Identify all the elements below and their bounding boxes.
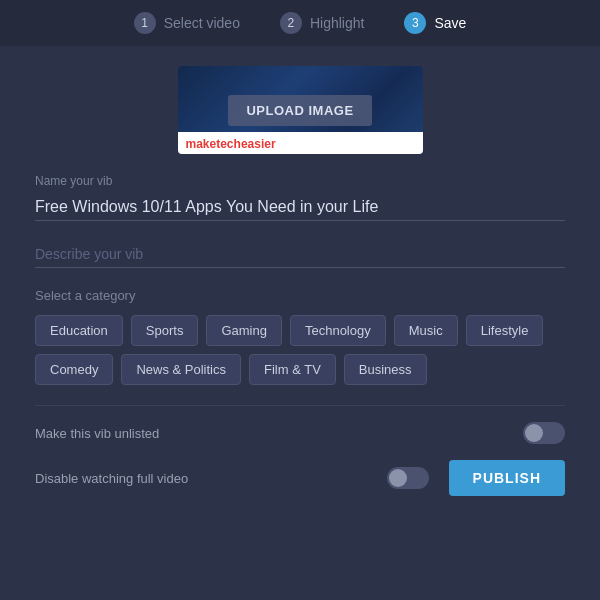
category-tag[interactable]: Technology [290,315,386,346]
step-select-video[interactable]: 1 Select video [134,12,240,34]
brand-prefix: make [186,137,217,151]
category-tag[interactable]: News & Politics [121,354,241,385]
toggle-unlisted-knob [525,424,543,442]
step-number-2: 2 [280,12,302,34]
brand-bar: maketecheasier [178,132,423,154]
steps-header: 1 Select video 2 Highlight 3 Save [0,0,600,46]
category-tag[interactable]: Education [35,315,123,346]
main-content: UPLOAD IMAGE maketecheasier Name your vi… [0,46,600,516]
category-tag[interactable]: Business [344,354,427,385]
bottom-row: Disable watching full video PUBLISH [35,460,565,496]
brand-suffix: easier [241,137,276,151]
thumbnail-preview: UPLOAD IMAGE maketecheasier [178,66,423,154]
toggle-unlisted[interactable] [523,422,565,444]
description-input[interactable] [35,241,565,268]
category-tag[interactable]: Sports [131,315,199,346]
brand-text: maketecheasier [186,137,276,151]
toggle-disable-label: Disable watching full video [35,471,188,486]
toggle-disable[interactable] [387,467,429,489]
publish-button[interactable]: PUBLISH [449,460,565,496]
divider [35,405,565,406]
category-label: Select a category [35,288,565,303]
name-label: Name your vib [35,174,565,188]
category-tag[interactable]: Comedy [35,354,113,385]
step-number-1: 1 [134,12,156,34]
category-tag[interactable]: Gaming [206,315,282,346]
toggle-disable-knob [389,469,407,487]
upload-image-button[interactable]: UPLOAD IMAGE [228,95,371,126]
step-label-3: Save [434,15,466,31]
category-tags: EducationSportsGamingTechnologyMusicLife… [35,315,565,385]
step-label-1: Select video [164,15,240,31]
toggle-unlisted-label: Make this vib unlisted [35,426,159,441]
toggle-unlisted-row: Make this vib unlisted [35,422,565,444]
step-label-2: Highlight [310,15,364,31]
brand-highlight: tech [216,137,241,151]
thumbnail-area: UPLOAD IMAGE maketecheasier [35,66,565,154]
step-number-3: 3 [404,12,426,34]
step-save[interactable]: 3 Save [404,12,466,34]
toggle-disable-row: Disable watching full video [35,467,449,489]
step-highlight[interactable]: 2 Highlight [280,12,364,34]
name-input[interactable] [35,194,565,221]
category-tag[interactable]: Music [394,315,458,346]
category-tag[interactable]: Lifestyle [466,315,544,346]
category-tag[interactable]: Film & TV [249,354,336,385]
